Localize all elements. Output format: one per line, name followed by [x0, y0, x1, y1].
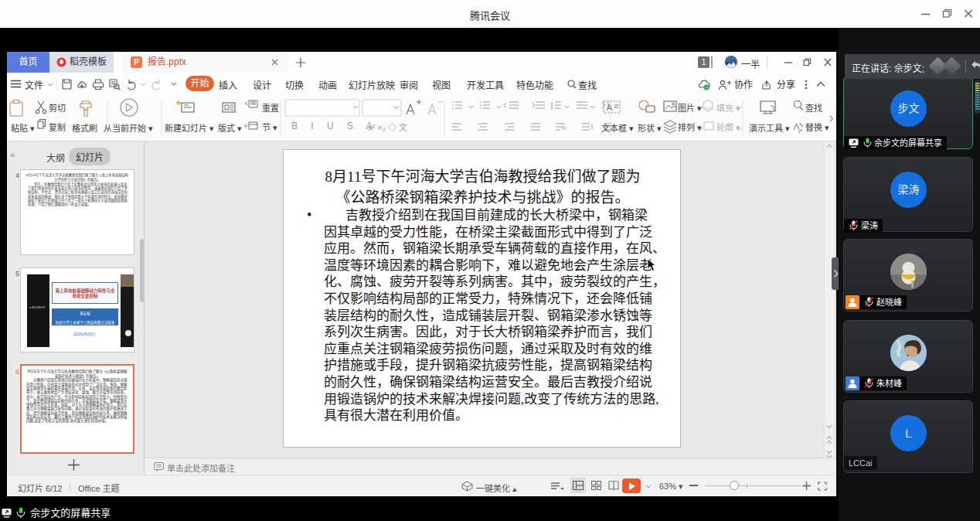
svg-text:协作: 协作: [734, 79, 753, 90]
svg-text:分享: 分享: [777, 79, 795, 90]
